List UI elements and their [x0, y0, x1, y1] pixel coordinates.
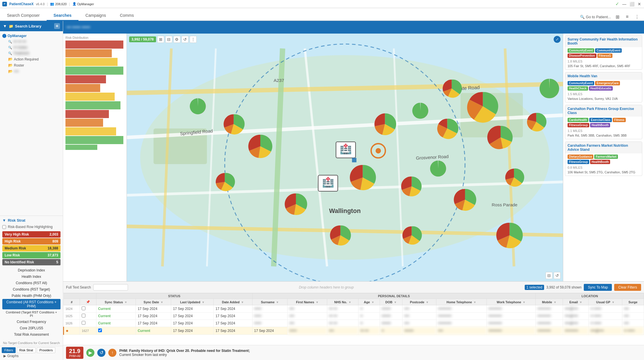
- col-email[interactable]: Email ▼: [563, 299, 589, 305]
- metric-contact-freq[interactable]: Contact Frequency: [2, 319, 61, 325]
- map-grid2-btn[interactable]: ⊟: [165, 36, 172, 43]
- col-age[interactable]: Age ▼: [358, 299, 380, 305]
- minimize-button[interactable]: —: [622, 2, 627, 6]
- info-card-2-distance: 1.5 MILES: [565, 92, 642, 96]
- table-row[interactable]: 1626 Current 17 Sep 2024 17 Sep 2024 17 …: [64, 320, 644, 327]
- map-settings-btn[interactable]: ⚙: [173, 36, 180, 43]
- risk-row-low[interactable]: Low Risk 37,873: [2, 252, 61, 258]
- col-surgery[interactable]: Surge: [622, 299, 644, 305]
- collapse-icon[interactable]: ▼: [3, 24, 7, 28]
- tab-comms[interactable]: Comms: [113, 11, 141, 21]
- tree-folder-action[interactable]: 📂 Action Required: [2, 56, 61, 62]
- risk-low-label: Low Risk: [5, 253, 20, 257]
- risk-strat-header[interactable]: ▼ Risk Strat: [2, 218, 61, 223]
- col-date-added[interactable]: Date Added ▼: [214, 299, 252, 305]
- full-text-search-input[interactable]: [93, 284, 128, 291]
- table-row[interactable]: 1625 Current 17 Sep 2024 17 Sep 2024 17 …: [64, 313, 644, 320]
- col-nhs-no[interactable]: NHS No. ▼: [327, 299, 358, 305]
- cell-last-updated-1624: 17 Sep 2024: [171, 305, 214, 313]
- risk-row-high[interactable]: High Risk 809: [2, 238, 61, 245]
- map-grid-btn[interactable]: ⊞: [157, 36, 164, 43]
- sync-map-button[interactable]: Sync To Map: [584, 284, 612, 291]
- action-upload-button[interactable]: ↑: [108, 349, 116, 357]
- metric-health[interactable]: Health Index: [2, 273, 61, 280]
- svg-text:🏥: 🏥: [340, 143, 352, 155]
- map-zoom-out-btn[interactable]: ⊟: [546, 272, 552, 279]
- manager-name: OpManager: [77, 2, 94, 6]
- tag-exercise-class: ExerciseClass: [589, 118, 612, 122]
- cell-checkbox-1624[interactable]: [80, 305, 96, 313]
- graphs-row[interactable]: ▶ Graphs: [2, 353, 61, 359]
- col-mobile[interactable]: Mobile ▼: [536, 299, 563, 305]
- tree-user-opmanager: 👤 OpManager: [2, 33, 61, 39]
- metric-conditions-target[interactable]: Conditions (RST Target): [2, 286, 61, 293]
- tree-item-3[interactable]: 🔍 Treatment: [2, 50, 61, 56]
- cell-checkbox-1627[interactable]: [96, 327, 136, 335]
- tab-campaigns[interactable]: Campaigns: [78, 11, 113, 21]
- tab-search-composer[interactable]: Search Composer: [0, 11, 47, 21]
- tree-item-1[interactable]: 🔍 ••• ••• •••: [2, 39, 61, 45]
- svg-rect-7: [65, 101, 120, 109]
- folder-icon-action: 📂: [8, 57, 13, 61]
- more-options-button[interactable]: ⋮: [634, 13, 641, 20]
- metric-public-health[interactable]: Public Health (PHM Only): [2, 293, 61, 299]
- action-refresh-button[interactable]: ↺: [97, 349, 105, 357]
- list-view-button[interactable]: ≡: [624, 13, 631, 20]
- svg-rect-3: [65, 67, 123, 75]
- risk-row-no-identified[interactable]: No Identified Risk 5: [2, 259, 61, 265]
- map-reload-btn[interactable]: ↺: [554, 272, 561, 279]
- metric-deprivation[interactable]: Deprivation Index: [2, 267, 61, 273]
- tab-searches[interactable]: Searches: [47, 11, 78, 21]
- close-button[interactable]: ✕: [637, 2, 642, 6]
- risk-highlighting-checkbox[interactable]: [2, 225, 6, 229]
- table-row[interactable]: 1624 Current 17 Sep 2024 17 Sep 2024 17 …: [64, 305, 644, 313]
- sidebar-tab-risk-strat[interactable]: Risk Strat: [17, 347, 36, 353]
- col-surname[interactable]: Surname ▼: [252, 299, 288, 305]
- clear-filters-button[interactable]: Clear Filters: [614, 284, 641, 291]
- add-search-button[interactable]: +: [54, 23, 60, 29]
- sidebar-tab-filters[interactable]: Filters: [2, 347, 16, 353]
- cell-gp-1624: •• ••••••: [589, 305, 622, 313]
- restore-button[interactable]: ⬜: [630, 2, 634, 6]
- table-row-highlighted[interactable]: ● 1627 Current 17 Sep 2024 17 Sep 2024 1…: [64, 327, 644, 335]
- col-last-updated[interactable]: Last Updated ▼: [171, 299, 214, 305]
- grid-view-button[interactable]: ⊞: [614, 13, 621, 20]
- metric-combined-target[interactable]: Combined (Target RST Conditions + PI: [2, 309, 61, 319]
- cell-checkbox-1625[interactable]: [80, 313, 96, 320]
- metric-total-risk[interactable]: Total Risk Assessment: [2, 331, 61, 338]
- col-num[interactable]: #: [64, 299, 80, 305]
- metric-conditions-all[interactable]: Conditions (RST All): [2, 280, 61, 286]
- nav-tabs: Search Composer Searches Campaigns Comms…: [0, 8, 644, 21]
- col-sync-status[interactable]: Sync Status ▼: [96, 299, 136, 305]
- go-to-patient-button[interactable]: 🔍 Go to Patient...: [580, 15, 611, 19]
- map-refresh-btn[interactable]: ↺: [182, 36, 189, 43]
- user-icon: 👥: [50, 2, 54, 6]
- cell-sync-date-1627: 17 Sep 2024: [171, 327, 214, 335]
- col-usual-gp[interactable]: Usual GP ▼: [589, 299, 622, 305]
- col-dob[interactable]: DOB ▼: [380, 299, 402, 305]
- cell-surgery-1626: ••••: [622, 320, 644, 327]
- metric-core20[interactable]: Core 20PLUS5: [2, 325, 61, 331]
- folder-icon-roster: 📂: [8, 63, 13, 67]
- cell-checkbox-1626[interactable]: [80, 320, 96, 327]
- tree-folder-roster[interactable]: 📂 Roster: [2, 62, 61, 68]
- risk-row-very-high[interactable]: Very High Risk 2,003: [2, 231, 61, 238]
- risk-row-medium[interactable]: Medium Risk 18,388: [2, 245, 61, 251]
- cell-dob-1627: ••/••/••: [402, 327, 436, 335]
- map-more-btn[interactable]: ⋮: [190, 36, 197, 43]
- action-play-button[interactable]: ▶: [86, 349, 94, 357]
- col-pin[interactable]: 📌: [80, 299, 96, 305]
- tree-folder-blurred[interactable]: 📂 ••••: [2, 68, 61, 74]
- col-postcode[interactable]: Postcode ▼: [402, 299, 436, 305]
- col-home-telephone[interactable]: Home Telephone ▼: [436, 299, 486, 305]
- svg-rect-4: [65, 75, 106, 83]
- cell-work-1626: •••••••••••: [486, 320, 535, 327]
- col-work-telephone[interactable]: Work Telephone ▼: [486, 299, 535, 305]
- sidebar-tab-providers[interactable]: Providers: [37, 347, 55, 353]
- col-sync-date[interactable]: Sync Date ▼: [136, 299, 171, 305]
- col-first-names[interactable]: First Names ▼: [288, 299, 327, 305]
- map-expand-button[interactable]: ⤢: [554, 36, 561, 43]
- risk-very-high-count: 2,003: [50, 232, 58, 236]
- tree-item-2[interactable]: 🔍 ••• Action: [2, 45, 61, 50]
- metric-combined-all[interactable]: Combined (All RST Conditions + PHM): [2, 299, 61, 309]
